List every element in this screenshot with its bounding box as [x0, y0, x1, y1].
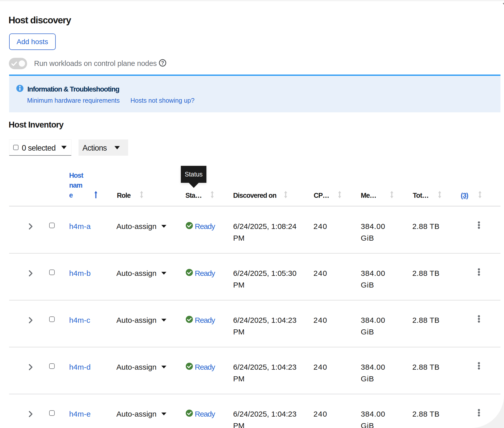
svg-text:?: ?	[161, 60, 164, 65]
